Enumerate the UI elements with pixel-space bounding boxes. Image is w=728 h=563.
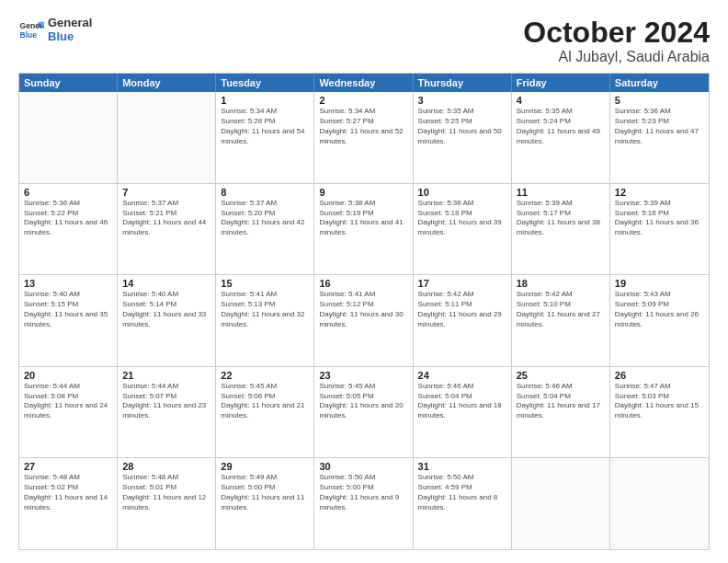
day-number: 29 (221, 461, 309, 472)
day-number: 21 (122, 370, 210, 381)
day-info: Sunrise: 5:34 AMSunset: 5:27 PMDaylight:… (319, 107, 407, 146)
day-number: 31 (418, 461, 506, 472)
daylight-text: Daylight: 11 hours and 15 minutes. (615, 401, 704, 421)
sunrise-text: Sunrise: 5:35 AM (418, 107, 506, 117)
sunrise-text: Sunrise: 5:35 AM (517, 107, 605, 117)
daylight-text: Daylight: 11 hours and 46 minutes. (24, 218, 112, 238)
day-info: Sunrise: 5:42 AMSunset: 5:11 PMDaylight:… (418, 290, 506, 329)
day-info: Sunrise: 5:50 AMSunset: 5:00 PMDaylight:… (319, 473, 407, 512)
calendar: SundayMondayTuesdayWednesdayThursdayFrid… (18, 73, 710, 550)
cal-week-5: 27Sunrise: 5:48 AMSunset: 5:02 PMDayligh… (19, 457, 709, 549)
day-number: 26 (615, 370, 704, 381)
day-number: 14 (122, 278, 210, 289)
day-number: 20 (24, 370, 112, 381)
daylight-text: Daylight: 11 hours and 8 minutes. (418, 493, 506, 513)
day-number: 19 (615, 278, 704, 289)
sunset-text: Sunset: 5:00 PM (221, 483, 309, 493)
daylight-text: Daylight: 11 hours and 42 minutes. (221, 218, 309, 238)
cal-header-tuesday: Tuesday (216, 74, 314, 92)
sunrise-text: Sunrise: 5:34 AM (221, 107, 309, 117)
cal-cell (512, 458, 610, 549)
daylight-text: Daylight: 11 hours and 30 minutes. (319, 310, 407, 330)
sunrise-text: Sunrise: 5:36 AM (615, 107, 704, 117)
daylight-text: Daylight: 11 hours and 12 minutes. (122, 493, 210, 513)
sunrise-text: Sunrise: 5:37 AM (221, 199, 309, 209)
logo-line1: General (48, 17, 92, 30)
cal-cell: 7Sunrise: 5:37 AMSunset: 5:21 PMDaylight… (118, 184, 216, 275)
sunset-text: Sunset: 5:09 PM (615, 300, 704, 310)
daylight-text: Daylight: 11 hours and 27 minutes. (517, 310, 605, 330)
daylight-text: Daylight: 11 hours and 39 minutes. (418, 218, 506, 238)
day-number: 12 (615, 187, 704, 198)
day-number: 2 (319, 95, 407, 106)
cal-cell (19, 92, 118, 183)
sunrise-text: Sunrise: 5:48 AM (122, 473, 210, 483)
day-info: Sunrise: 5:49 AMSunset: 5:00 PMDaylight:… (221, 473, 309, 512)
cal-header-monday: Monday (118, 74, 216, 92)
daylight-text: Daylight: 11 hours and 11 minutes. (221, 493, 309, 513)
cal-cell: 27Sunrise: 5:48 AMSunset: 5:02 PMDayligh… (19, 458, 118, 549)
cal-cell: 9Sunrise: 5:38 AMSunset: 5:19 PMDaylight… (314, 184, 413, 275)
daylight-text: Daylight: 11 hours and 26 minutes. (615, 310, 704, 330)
sunset-text: Sunset: 5:01 PM (122, 483, 210, 493)
sunset-text: Sunset: 5:08 PM (24, 392, 112, 402)
daylight-text: Daylight: 11 hours and 38 minutes. (517, 218, 605, 238)
cal-cell: 13Sunrise: 5:40 AMSunset: 5:15 PMDayligh… (19, 275, 118, 366)
sunset-text: Sunset: 5:03 PM (615, 392, 704, 402)
sunrise-text: Sunrise: 5:40 AM (24, 290, 112, 300)
day-number: 13 (24, 278, 112, 289)
logo-icon: General Blue (18, 17, 44, 43)
daylight-text: Daylight: 11 hours and 20 minutes. (319, 401, 407, 421)
daylight-text: Daylight: 11 hours and 29 minutes. (418, 310, 506, 330)
sunrise-text: Sunrise: 5:45 AM (221, 382, 309, 392)
cal-cell: 2Sunrise: 5:34 AMSunset: 5:27 PMDaylight… (314, 92, 413, 183)
daylight-text: Daylight: 11 hours and 17 minutes. (517, 401, 605, 421)
sunset-text: Sunset: 5:04 PM (517, 392, 605, 402)
day-info: Sunrise: 5:50 AMSunset: 4:59 PMDaylight:… (418, 473, 506, 512)
sunset-text: Sunset: 5:00 PM (319, 483, 407, 493)
logo-line2: Blue (48, 30, 92, 44)
header: General Blue General Blue October 2024 A… (18, 17, 710, 65)
sunset-text: Sunset: 5:13 PM (221, 300, 309, 310)
cal-cell (118, 92, 216, 183)
cal-cell: 17Sunrise: 5:42 AMSunset: 5:11 PMDayligh… (414, 275, 512, 366)
sunset-text: Sunset: 5:05 PM (319, 392, 407, 402)
sunset-text: Sunset: 5:19 PM (319, 209, 407, 219)
daylight-text: Daylight: 11 hours and 18 minutes. (418, 401, 506, 421)
sunset-text: Sunset: 5:23 PM (615, 117, 704, 127)
cal-week-1: 1Sunrise: 5:34 AMSunset: 5:28 PMDaylight… (19, 92, 709, 183)
sunrise-text: Sunrise: 5:42 AM (418, 290, 506, 300)
daylight-text: Daylight: 11 hours and 44 minutes. (122, 218, 210, 238)
sunset-text: Sunset: 5:06 PM (221, 392, 309, 402)
cal-cell: 11Sunrise: 5:39 AMSunset: 5:17 PMDayligh… (512, 184, 610, 275)
daylight-text: Daylight: 11 hours and 52 minutes. (319, 127, 407, 147)
sunrise-text: Sunrise: 5:34 AM (319, 107, 407, 117)
day-info: Sunrise: 5:45 AMSunset: 5:05 PMDaylight:… (319, 382, 407, 421)
day-info: Sunrise: 5:45 AMSunset: 5:06 PMDaylight:… (221, 382, 309, 421)
sunrise-text: Sunrise: 5:47 AM (615, 382, 704, 392)
sunset-text: Sunset: 5:25 PM (418, 117, 506, 127)
cal-cell: 10Sunrise: 5:38 AMSunset: 5:18 PMDayligh… (414, 184, 512, 275)
cal-cell: 14Sunrise: 5:40 AMSunset: 5:14 PMDayligh… (118, 275, 216, 366)
day-number: 27 (24, 461, 112, 472)
sunset-text: Sunset: 5:11 PM (418, 300, 506, 310)
day-number: 17 (418, 278, 506, 289)
sunset-text: Sunset: 5:14 PM (122, 300, 210, 310)
day-info: Sunrise: 5:39 AMSunset: 5:17 PMDaylight:… (517, 199, 605, 238)
sunrise-text: Sunrise: 5:41 AM (319, 290, 407, 300)
sunset-text: Sunset: 5:12 PM (319, 300, 407, 310)
page: General Blue General Blue October 2024 A… (0, 0, 728, 563)
sunrise-text: Sunrise: 5:43 AM (615, 290, 704, 300)
sunrise-text: Sunrise: 5:46 AM (517, 382, 605, 392)
sunrise-text: Sunrise: 5:37 AM (122, 199, 210, 209)
cal-cell: 16Sunrise: 5:41 AMSunset: 5:12 PMDayligh… (314, 275, 413, 366)
day-info: Sunrise: 5:34 AMSunset: 5:28 PMDaylight:… (221, 107, 309, 146)
day-info: Sunrise: 5:46 AMSunset: 5:04 PMDaylight:… (517, 382, 605, 421)
sunset-text: Sunset: 5:28 PM (221, 117, 309, 127)
day-info: Sunrise: 5:41 AMSunset: 5:12 PMDaylight:… (319, 290, 407, 329)
cal-cell: 15Sunrise: 5:41 AMSunset: 5:13 PMDayligh… (216, 275, 314, 366)
cal-cell: 8Sunrise: 5:37 AMSunset: 5:20 PMDaylight… (216, 184, 314, 275)
cal-cell: 26Sunrise: 5:47 AMSunset: 5:03 PMDayligh… (610, 367, 709, 458)
day-number: 1 (221, 95, 309, 106)
day-number: 8 (221, 187, 309, 198)
